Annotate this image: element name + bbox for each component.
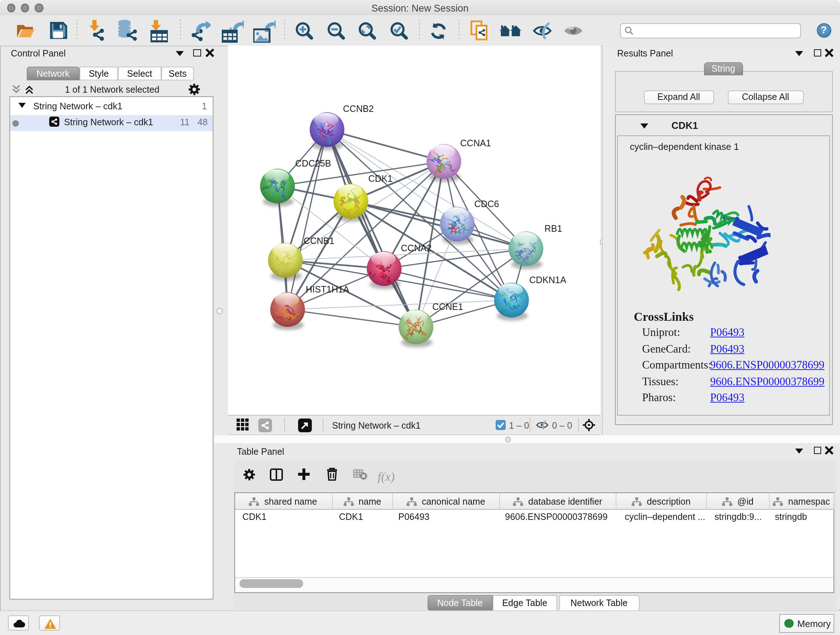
svg-text:HIST1H1A: HIST1H1A: [305, 284, 349, 295]
svg-text:CCNB2: CCNB2: [343, 103, 373, 114]
svg-text:CDC25B: CDC25B: [295, 158, 331, 168]
svg-text:CCNE1: CCNE1: [432, 302, 463, 312]
svg-text:CCNA1: CCNA1: [460, 138, 491, 148]
svg-text:CDKN1A: CDKN1A: [529, 275, 566, 285]
svg-text:CCNB1: CCNB1: [303, 236, 334, 246]
svg-text:CCNA2: CCNA2: [401, 243, 431, 253]
svg-text:CDK1: CDK1: [368, 173, 392, 184]
svg-text:RB1: RB1: [544, 223, 562, 233]
svg-text:CDC6: CDC6: [474, 199, 499, 209]
